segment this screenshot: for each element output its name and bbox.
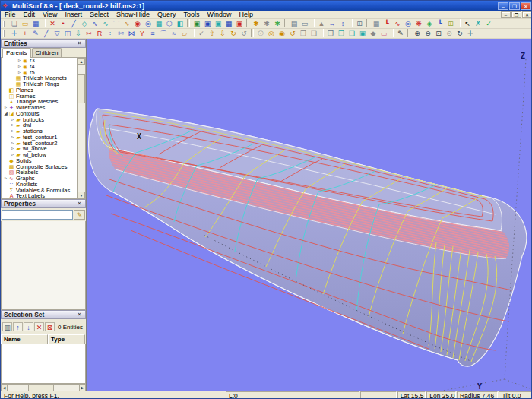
menu-help[interactable]: Help (236, 11, 258, 19)
menu-select[interactable]: Select (86, 11, 112, 19)
menu-file[interactable]: File (1, 11, 20, 19)
mdi-minimize-button[interactable]: – (501, 11, 511, 18)
edit-points-icon[interactable]: ✎ (30, 29, 41, 38)
tree-item-text-labels[interactable]: AText Labels (2, 193, 78, 199)
move-up-icon[interactable]: ↑ (13, 322, 23, 331)
zoom-out-icon[interactable]: ⊖ (423, 29, 433, 38)
drop-icon[interactable]: ◆ (368, 29, 378, 38)
notebook-icon[interactable]: ▤ (289, 19, 299, 28)
move-point-icon[interactable]: + (20, 29, 30, 38)
title-bar[interactable]: ❖ MultiSurf 8.9 - [ deck_round-2 hilf.ms… (1, 1, 532, 11)
menu-edit[interactable]: Edit (20, 11, 40, 19)
toggle-curves-icon[interactable]: ∿ (392, 19, 403, 28)
solid-icon[interactable]: ⬡ (164, 19, 175, 28)
hide-all-icon[interactable]: ✱ (272, 19, 283, 28)
blend-icon[interactable]: ≈ (169, 29, 179, 38)
expand-icon[interactable]: ▹ (10, 128, 15, 135)
copy-icon[interactable]: ❐ (325, 29, 336, 38)
offset-icon[interactable]: ≡ (147, 29, 158, 38)
hybrid-view-icon[interactable]: ▣ (213, 19, 223, 28)
properties-close-icon[interactable]: ✕ (76, 201, 83, 207)
tree-item-wl-below[interactable]: ▹▰wl_below (2, 152, 78, 158)
scroll-up-icon[interactable]: ▲ (78, 58, 85, 65)
selection-close-icon[interactable]: ✕ (76, 312, 83, 318)
expand-icon[interactable]: ▹ (17, 70, 22, 76)
duplicate-icon[interactable]: ❏ (347, 29, 357, 38)
paste-icon[interactable]: ❐ (336, 29, 347, 38)
develop-icon[interactable]: ▱ (179, 29, 190, 38)
mdi-close-button[interactable]: ✕ (522, 11, 532, 18)
tree-item-relabels[interactable]: ▧Relabels (2, 169, 78, 176)
expand-icon[interactable]: ▹ (10, 117, 15, 123)
point-icon[interactable]: • (58, 19, 68, 28)
expand-icon[interactable]: ▹ (10, 152, 15, 158)
wireframe-view-icon[interactable]: ▣ (192, 19, 202, 28)
tree-item-trimesh-rings[interactable]: ▦TriMesh Rings (2, 81, 78, 87)
sync-icon[interactable]: ↺ (287, 29, 298, 38)
show-all-icon[interactable]: ✱ (261, 19, 272, 28)
tree-item-r3[interactable]: ▹◉r3 (2, 58, 78, 64)
collapse-icon[interactable]: ◢ (3, 111, 8, 117)
menu-tools[interactable]: Tools (179, 11, 203, 19)
maximize-button[interactable]: ❐ (509, 2, 520, 10)
relabel-icon[interactable]: R (94, 29, 105, 38)
project-icon[interactable]: ⇩ (73, 29, 84, 38)
line-icon[interactable]: ╱ (68, 19, 79, 28)
toggle-snakes-icon[interactable]: ◎ (403, 19, 413, 28)
menu-window[interactable]: Window (203, 11, 235, 19)
open-icon[interactable]: ▭ (20, 19, 30, 28)
locate-icon[interactable]: ◎ (266, 29, 277, 38)
stretch-v-icon[interactable]: ↕ (337, 19, 348, 28)
remove-icon[interactable]: ✕ (34, 322, 44, 331)
tree-item-composite-surfaces[interactable]: ▩Composite Surfaces (2, 164, 78, 170)
show-hide-icon[interactable]: ✱ (251, 19, 261, 28)
scroll-thumb[interactable] (78, 74, 85, 103)
toggle-surfaces-icon[interactable]: ◈ (424, 19, 435, 28)
deselect-all-icon[interactable]: ✗ (473, 19, 483, 28)
column-type[interactable]: Type (48, 334, 85, 344)
copy-note-a-icon[interactable]: ❐ (298, 29, 309, 38)
mirror-icon[interactable]: ◫ (62, 29, 73, 38)
comment-icon[interactable]: ▭ (378, 29, 389, 38)
split-icon[interactable]: Y (137, 29, 147, 38)
copy-note-b-icon[interactable]: ❏ (309, 29, 319, 38)
shaded-view-icon[interactable]: ▣ (202, 19, 213, 28)
expand-icon[interactable]: ▹ (10, 122, 15, 128)
tree-item-wireframes[interactable]: ▹✦Wireframes (2, 105, 78, 111)
move-down-icon[interactable]: ↓ (24, 322, 33, 331)
verify-icon[interactable]: ✓ (196, 29, 207, 38)
trim-icon[interactable]: ✄ (116, 29, 126, 38)
snake-icon[interactable]: ∿ (122, 19, 132, 28)
properties-edit-icon[interactable]: ✎ (74, 210, 85, 220)
plane-icon[interactable]: ◧ (175, 19, 185, 28)
minimize-button[interactable]: – (498, 2, 508, 10)
properties-field[interactable] (2, 210, 73, 220)
select-pointer-icon[interactable]: ↖ (462, 19, 473, 28)
fillet-icon[interactable]: ⌒ (158, 29, 169, 38)
update-icon[interactable]: ↻ (228, 29, 239, 38)
zoom-previous-icon[interactable]: ⊙ (444, 29, 454, 38)
new-icon[interactable]: ❏ (9, 19, 20, 28)
expand-icon[interactable]: ▹ (17, 64, 22, 70)
menu-insert[interactable]: Insert (61, 11, 86, 19)
entities-close-icon[interactable]: ✕ (76, 40, 83, 46)
tree-item-planes[interactable]: ◧Planes (2, 87, 78, 93)
expand-icon[interactable]: ▹ (17, 58, 22, 64)
expand-icon[interactable]: ▹ (10, 141, 15, 147)
children-icon[interactable]: ⇩ (217, 29, 228, 38)
menu-query[interactable]: Query (154, 11, 180, 19)
remove-all-icon[interactable]: ⊠ (45, 322, 55, 331)
magnet-icon[interactable]: ◉ (132, 19, 143, 28)
scroll-down-icon[interactable]: ▼ (78, 192, 85, 198)
expand-icon[interactable]: ▹ (10, 146, 15, 152)
drag-icon[interactable]: ✛ (9, 29, 20, 38)
expand-icon[interactable]: ▹ (10, 135, 15, 141)
toggle-points-icon[interactable]: ┗ (382, 19, 392, 28)
close-button[interactable]: ✕ (521, 2, 531, 10)
sketch-icon[interactable]: ✎ (395, 29, 406, 38)
toggle-magnets-icon[interactable]: ❋ (413, 19, 424, 28)
perspective-view-icon[interactable]: ▣ (234, 19, 245, 28)
pan-icon[interactable]: ✛ (465, 29, 476, 38)
zoom-in-icon[interactable]: ⊕ (412, 29, 423, 38)
save-icon[interactable]: ▦ (30, 19, 41, 28)
